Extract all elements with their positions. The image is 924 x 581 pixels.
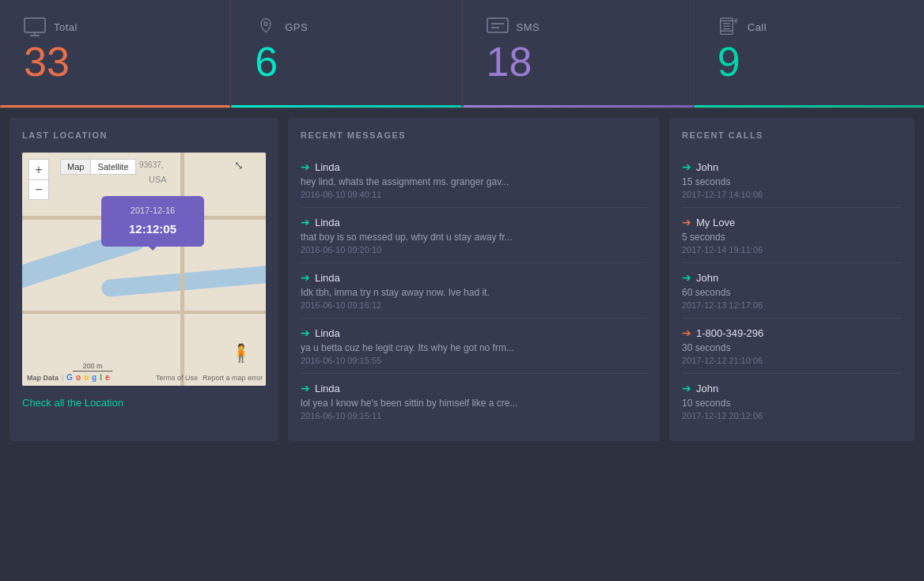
gps-icon (255, 17, 277, 36)
call-item: ➔ John 60 seconds 2017-12-13 12:17:06 (682, 263, 902, 319)
call-contact-name: My Love (696, 217, 735, 228)
map-person-icon: 🧍 (230, 343, 252, 364)
map-type-buttons[interactable]: Map Satellite (60, 159, 136, 175)
map-controls[interactable]: + − (28, 159, 49, 200)
message-contact-name: Linda (315, 272, 340, 284)
map-type-map-button[interactable]: Map (60, 159, 90, 175)
map-road-2 (180, 153, 184, 386)
terms-label: Terms of Use (156, 374, 198, 382)
call-contact: ➔ John (682, 271, 902, 284)
call-time: 2017-12-12 21:10:06 (682, 356, 902, 365)
call-contact-name: John (696, 161, 718, 173)
call-time: 2017-12-12 20:12:06 (682, 411, 902, 421)
message-contact: ➔ Linda (301, 271, 647, 284)
call-item: ➔ John 15 seconds 2017-12-17 14:10:06 (682, 153, 902, 208)
call-icon (718, 17, 740, 36)
message-contact-name: Linda (315, 327, 340, 339)
call-time: 2017-12-17 14:10:06 (682, 190, 902, 199)
stat-label-call: Call (748, 21, 767, 33)
messages-section-title: RECENT MESSAGES (301, 130, 647, 140)
map-zoom-in-button[interactable]: + (28, 159, 49, 179)
message-time: 2016-06-10 09:15:55 (301, 356, 647, 365)
message-time: 2016-06-10 09:40:11 (301, 190, 647, 199)
call-contact-name: 1-800-349-296 (696, 327, 763, 339)
check-location-link[interactable]: Check all the Location (22, 397, 266, 409)
call-time: 2017-12-14 19:11:06 (682, 245, 902, 255)
message-direction-icon: ➔ (301, 216, 310, 228)
call-contact: ➔ 1-800-349-296 (682, 326, 902, 339)
call-duration: 30 seconds (682, 342, 902, 353)
stat-value-total: 33 (24, 41, 206, 82)
stat-label-sms: SMS (517, 21, 540, 33)
stat-card-call: Call 9 (694, 0, 924, 108)
stats-bar: Total 33 GPS 6 SMS 18 (0, 0, 924, 108)
calls-list: ➔ John 15 seconds 2017-12-17 14:10:06 ➔ … (682, 153, 902, 428)
message-text: lol yea I know he's been sittin by himse… (301, 398, 554, 409)
map-road-3 (22, 311, 266, 314)
map-footer-links: Terms of Use Report a map error (156, 374, 263, 382)
panel-calls: RECENT CALLS ➔ John 15 seconds 2017-12-1… (669, 118, 915, 441)
message-time: 2016-06-10 09:16:12 (301, 300, 647, 310)
report-label: Report a map error (203, 374, 263, 382)
calls-section-title: RECENT CALLS (682, 130, 902, 140)
call-contact: ➔ John (682, 160, 902, 173)
stat-value-call: 9 (718, 41, 900, 82)
message-contact: ➔ Linda (301, 160, 647, 173)
panel-messages: RECENT MESSAGES ➔ Linda hey lind, whats … (288, 118, 660, 441)
stat-bar-call (694, 105, 924, 108)
stat-value-sms: 18 (487, 41, 669, 82)
stat-bar-gps (231, 105, 461, 108)
message-direction-icon: ➔ (301, 160, 310, 173)
message-text: hey lind, whats the assignment ms. grang… (301, 176, 554, 187)
call-item: ➔ 1-800-349-296 30 seconds 2017-12-12 21… (682, 319, 902, 374)
stat-value-gps: 6 (255, 41, 437, 82)
call-direction-icon: ➔ (682, 160, 691, 173)
call-duration: 10 seconds (682, 398, 902, 409)
map-container: 93637, USA 2017-12-16 12:12:05 🧍 + − (22, 153, 266, 386)
stat-bar-total (0, 105, 230, 108)
map-usa-label: USA (149, 175, 167, 184)
call-direction-icon: ➔ (682, 216, 691, 228)
svg-point-3 (264, 22, 267, 25)
call-direction-icon: ➔ (682, 326, 691, 339)
call-direction-icon: ➔ (682, 382, 691, 394)
message-text: ya u betta cuz he legit cray. Its why he… (301, 342, 554, 353)
main-content: LAST LOCATION 93637, USA 2017-12-16 (0, 108, 924, 451)
call-item: ➔ My Love 5 seconds 2017-12-14 19:11:06 (682, 208, 902, 263)
call-contact-name: John (696, 272, 718, 284)
map-popup-date: 2017-12-16 (114, 204, 191, 218)
google-label: G (66, 373, 73, 382)
svg-rect-0 (25, 18, 45, 32)
map-zoom-out-button[interactable]: − (28, 179, 49, 200)
map-data-label: Map Data (27, 374, 59, 382)
message-contact-name: Linda (315, 217, 340, 228)
panel-map: LAST LOCATION 93637, USA 2017-12-16 (9, 118, 278, 441)
message-direction-icon: ➔ (301, 271, 310, 284)
message-contact: ➔ Linda (301, 382, 647, 394)
map-zip-label: 93637, (139, 160, 164, 169)
message-item: ➔ Linda ya u betta cuz he legit cray. It… (301, 319, 647, 374)
call-item: ➔ John 10 seconds 2017-12-12 20:12:06 (682, 374, 902, 428)
call-duration: 5 seconds (682, 232, 902, 243)
call-duration: 15 seconds (682, 176, 902, 187)
call-contact-name: John (696, 383, 718, 394)
message-contact-name: Linda (315, 383, 340, 394)
message-time: 2016-06-10 09:15:11 (301, 411, 647, 421)
sms-icon (487, 17, 509, 36)
message-direction-icon: ➔ (301, 326, 310, 339)
message-item: ➔ Linda lol yea I know he's been sittin … (301, 374, 647, 428)
call-duration: 60 seconds (682, 287, 902, 298)
monitor-icon (24, 17, 46, 36)
map-expand-icon[interactable]: ⤡ (234, 159, 244, 172)
stat-card-sms: SMS 18 (463, 0, 694, 108)
map-marker: 2017-12-16 12:12:05 (101, 196, 204, 247)
message-contact: ➔ Linda (301, 216, 647, 228)
message-time: 2016-06-10 09:20:10 (301, 245, 647, 255)
message-item: ➔ Linda hey lind, whats the assignment m… (301, 153, 647, 208)
message-direction-icon: ➔ (301, 382, 310, 394)
stat-bar-sms (463, 105, 693, 108)
map-background: 93637, USA 2017-12-16 12:12:05 🧍 + − (22, 153, 266, 386)
call-direction-icon: ➔ (682, 271, 691, 284)
message-text: Idk tbh, imma try n stay away now. Ive h… (301, 287, 554, 298)
map-type-satellite-button[interactable]: Satellite (90, 159, 135, 175)
